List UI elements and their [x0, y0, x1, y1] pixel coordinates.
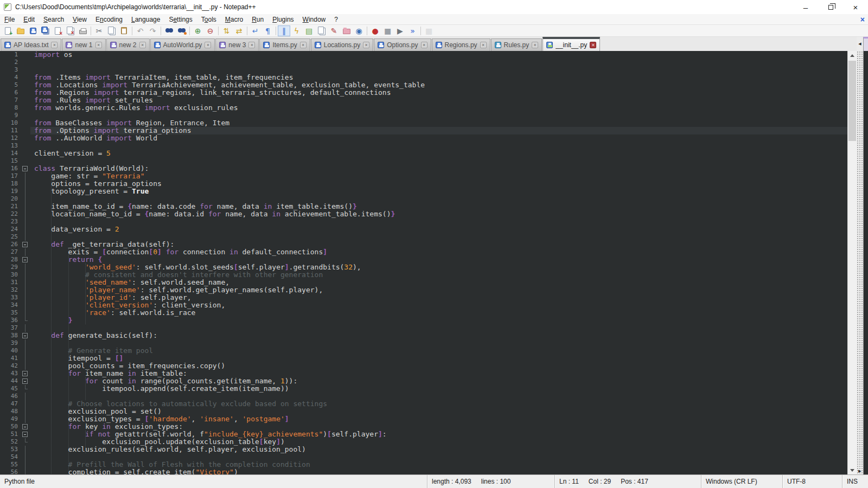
code-line-text[interactable]: 'player_name': self.world.get_player_nam… — [30, 286, 847, 294]
code-line-text[interactable]: client_version = 5 — [30, 150, 847, 157]
code-line-text[interactable]: # Choose locations to automatically excl… — [30, 400, 847, 408]
tab-close-ap-ideas-txt-icon[interactable]: × — [51, 42, 58, 48]
code-line-text[interactable]: from worlds.generic.Rules import exclusi… — [30, 104, 847, 112]
line-number[interactable]: 23 — [0, 218, 21, 226]
fold-toggle-icon[interactable] — [21, 165, 30, 172]
zoom-out-icon[interactable]: ⊖ — [204, 25, 216, 36]
line-number[interactable]: 25 — [0, 233, 21, 241]
line-number[interactable]: 31 — [0, 279, 21, 286]
scrollbar-thumb[interactable] — [848, 61, 856, 141]
tab-close-new-1-icon[interactable]: × — [95, 42, 102, 48]
line-number[interactable]: 34 — [0, 301, 21, 309]
close-icon[interactable]: × — [52, 25, 64, 36]
code-line-text[interactable]: } — [30, 317, 847, 324]
close-window-button[interactable]: × — [843, 0, 868, 14]
code-line-text[interactable] — [30, 339, 847, 347]
line-number[interactable]: 53 — [0, 446, 21, 453]
line-number[interactable]: 52 — [0, 438, 21, 446]
line-number[interactable]: 30 — [0, 271, 21, 279]
line-number[interactable]: 3 — [0, 66, 21, 74]
menu-view[interactable]: View — [68, 15, 91, 24]
code-line-text[interactable]: for count in range(pool_counts.get(item_… — [30, 377, 847, 385]
splitter-collapse-right-icon[interactable]: ▶ — [858, 469, 861, 473]
code-line-text[interactable] — [30, 66, 847, 74]
status-eol-format[interactable]: Windows (CR LF) — [701, 475, 782, 488]
code-line-text[interactable]: from .Locations import TerrariaAchieveme… — [30, 81, 847, 89]
tab-close-init-py-icon[interactable]: × — [590, 42, 596, 48]
line-number[interactable]: 12 — [0, 134, 21, 142]
tab-close-autoworld-py-icon[interactable]: × — [205, 42, 211, 48]
status-encoding[interactable]: UTF-8 — [782, 475, 842, 488]
code-line-text[interactable]: 'seed_name': self.world.seed_name, — [30, 279, 847, 286]
save-all-icon[interactable] — [39, 25, 52, 36]
code-line-text[interactable]: # Generate item pool — [30, 347, 847, 355]
code-line-text[interactable]: 'race': self.world.is_race — [30, 309, 847, 317]
scroll-down-button[interactable] — [848, 466, 857, 474]
document-list-icon[interactable] — [315, 25, 328, 36]
print-icon[interactable] — [76, 25, 89, 36]
line-number[interactable]: 45 — [0, 385, 21, 393]
code-line-text[interactable]: def generate_basic(self): — [30, 332, 847, 339]
code-line-text[interactable] — [30, 393, 847, 400]
menu-settings[interactable]: Settings — [164, 15, 196, 24]
line-number[interactable]: 48 — [0, 408, 21, 415]
code-line-text[interactable]: class TerrariaWorld(World): — [30, 165, 847, 172]
line-number[interactable]: 5 — [0, 81, 21, 89]
code-line-text[interactable]: itempool.append(self.create_item(item_na… — [30, 385, 847, 393]
line-number[interactable]: 20 — [0, 195, 21, 203]
code-line-text[interactable]: game: str = "Terraria" — [30, 172, 847, 180]
code-line-text[interactable]: exclusion_pool = set() — [30, 408, 847, 415]
code-line-text[interactable]: if not getattr(self.world, f"include_{ke… — [30, 431, 847, 438]
menu-encoding[interactable]: Encoding — [91, 15, 127, 24]
replace-icon[interactable] — [175, 25, 188, 36]
code-line-text[interactable]: topology_present = True — [30, 188, 847, 195]
line-number[interactable]: 54 — [0, 453, 21, 461]
tab-close-new-3-icon[interactable]: × — [248, 42, 255, 48]
tab-close-regions-py-icon[interactable]: × — [480, 42, 487, 48]
fold-toggle-icon[interactable] — [21, 370, 30, 377]
folder-as-workspace-icon[interactable] — [340, 25, 353, 36]
minimize-button[interactable]: – — [793, 0, 818, 14]
fold-toggle-icon[interactable] — [21, 431, 30, 438]
redo-icon[interactable]: ↷ — [146, 25, 159, 36]
line-number[interactable]: 41 — [0, 355, 21, 362]
line-number[interactable]: 15 — [0, 157, 21, 165]
macro-stop-icon[interactable]: ■ — [381, 25, 394, 36]
save-icon[interactable] — [27, 25, 39, 36]
code-line-text[interactable] — [30, 112, 847, 119]
code-line-text[interactable]: from .Options import terraria_options — [30, 127, 847, 134]
menu-window[interactable]: Window — [298, 15, 330, 24]
line-number[interactable]: 43 — [0, 370, 21, 377]
line-number[interactable]: 4 — [0, 74, 21, 81]
line-number[interactable]: 14 — [0, 150, 21, 157]
line-number[interactable]: 36 — [0, 317, 21, 324]
line-number[interactable]: 2 — [0, 59, 21, 66]
line-number[interactable]: 9 — [0, 112, 21, 119]
code-line-text[interactable] — [30, 142, 847, 150]
line-number[interactable]: 11 — [0, 127, 21, 134]
fold-toggle-icon[interactable] — [21, 377, 30, 385]
line-number[interactable]: 39 — [0, 339, 21, 347]
fold-toggle-icon[interactable] — [21, 423, 30, 431]
line-number[interactable]: 55 — [0, 461, 21, 468]
fold-toggle-icon[interactable] — [21, 332, 30, 339]
code-line-text[interactable] — [30, 157, 847, 165]
line-number[interactable]: 29 — [0, 264, 21, 271]
tab-close-rules-py-icon[interactable]: × — [532, 42, 538, 48]
menu-tools[interactable]: Tools — [197, 15, 221, 24]
line-number[interactable]: 21 — [0, 203, 21, 210]
document-map-icon[interactable]: ▤ — [303, 25, 315, 36]
macro-save-icon[interactable]: ▦ — [423, 25, 435, 36]
menu-?[interactable]: ? — [330, 15, 342, 24]
find-icon[interactable] — [163, 25, 175, 36]
menu-search[interactable]: Search — [39, 15, 68, 24]
line-number[interactable]: 16 — [0, 165, 21, 172]
line-number[interactable]: 46 — [0, 393, 21, 400]
fold-toggle-icon[interactable] — [21, 241, 30, 248]
line-number[interactable]: 35 — [0, 309, 21, 317]
code-line-text[interactable]: exclusion_pool.update(exclusion_table[ke… — [30, 438, 847, 446]
code-line-text[interactable]: 'player_id': self.player, — [30, 294, 847, 301]
close-current-document-button[interactable]: × — [860, 16, 865, 23]
line-number[interactable]: 8 — [0, 104, 21, 112]
code-line-text[interactable] — [30, 233, 847, 241]
